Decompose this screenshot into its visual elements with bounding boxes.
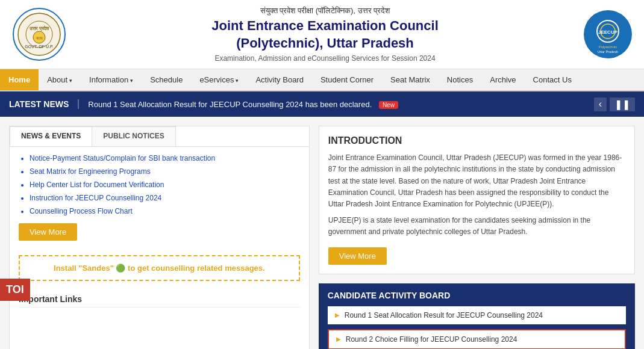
news-list: Notice-Payment Status/Complain for SBI b… [10,147,309,248]
svg-text:GOVT. OF U.P.: GOVT. OF U.P. [25,45,53,49]
sandes-banner: Install "Sandes" 🟢 to get counselling re… [19,255,300,281]
latest-news-text: Round 1 Seat Allocation Result for JEECU… [88,100,593,109]
intro-text-1: Joint Entrance Examination Council, Utta… [328,152,625,210]
news-tabs: NEWS & EVENTS PUBLIC NOTICES [10,126,309,147]
header-title: Joint Entrance Examination Council (Poly… [66,17,584,52]
toi-badge: TOI [0,279,30,301]
news-badge: New [379,101,398,109]
view-more-news-button[interactable]: View More [19,223,77,241]
list-item[interactable]: Instruction for JEECUP Counselling 2024 [30,194,300,202]
nav-about[interactable]: About▾ [39,69,81,90]
nav-information[interactable]: Information▾ [81,69,142,90]
news-pause-button[interactable]: ❚❚ [610,97,635,111]
view-more-intro-button[interactable]: View More [328,247,387,265]
activity-board-title: CANDIDATE ACTIVITY BOARD [328,291,626,300]
nav-notices[interactable]: Notices [439,69,481,90]
nav-student-corner[interactable]: Student Corner [312,69,382,90]
list-item[interactable]: Seat Matrix for Engineering Programs [30,167,300,176]
latest-news-bar: LATEST NEWS Round 1 Seat Allocation Resu… [0,91,644,117]
right-logo: JEECUP Polytechnic Uttar Pradesh [584,10,632,58]
main-nav: Home About▾ Information▾ Schedule eServi… [0,69,644,91]
activity-board-section: CANDIDATE ACTIVITY BOARD Round 1 Seat Al… [319,283,635,350]
activity-item-2[interactable]: Round 2 Choice Filling for JEECUP Counse… [328,329,626,350]
news-prev-button[interactable]: ‹ [594,97,607,111]
sandes-dot-icon: 🟢 [116,264,128,273]
news-nav-controls: ‹ ❚❚ [594,97,635,111]
nav-seat-matrix[interactable]: Seat Matrix [382,69,439,90]
header-subtitle: Examination, Admission and eCounselling … [66,54,584,63]
latest-news-label: LATEST NEWS [9,99,79,109]
tab-news-events[interactable]: NEWS & EVENTS [10,126,92,146]
svg-text:सत्य: सत्य [36,36,43,40]
list-item[interactable]: Help Center List for Document Verificati… [30,181,300,189]
svg-text:JEECUP: JEECUP [598,29,618,35]
intro-text-2: UPJEE(P) is a state level examination fo… [328,215,625,238]
nav-eservices[interactable]: eServices▾ [191,69,247,90]
important-links-section: Important Links [10,288,309,318]
right-panel: INTRODUCTION Joint Entrance Examination … [319,126,635,349]
main-content: NEWS & EVENTS PUBLIC NOTICES Notice-Paym… [0,117,644,349]
svg-text:Polytechnic: Polytechnic [599,45,617,49]
activity-item-1[interactable]: Round 1 Seat Allocation Result for JEECU… [328,306,626,324]
header-hindi-text: संयुक्त प्रवेश परीक्षा (पॉलिटेक्निक), उत… [66,6,584,16]
list-item[interactable]: Counselling Process Flow Chart [30,207,300,215]
left-panel: NEWS & EVENTS PUBLIC NOTICES Notice-Paym… [9,126,310,349]
list-item[interactable]: Notice-Payment Status/Complain for SBI b… [30,154,300,162]
nav-activity-board[interactable]: Activity Board [247,69,311,90]
intro-title: INTRODUCTION [328,135,625,146]
left-logo: उत्तर प्रदेश सत्य GOVT. OF U.P. [12,7,66,61]
important-links-title: Important Links [19,294,300,307]
svg-text:उत्तर प्रदेश: उत्तर प्रदेश [29,25,49,31]
nav-home[interactable]: Home [0,69,39,90]
nav-archive[interactable]: Archive [481,69,524,90]
tab-public-notices[interactable]: PUBLIC NOTICES [92,126,175,146]
intro-viewmore: View More [328,244,625,265]
intro-section: INTRODUCTION Joint Entrance Examination … [319,126,635,274]
nav-schedule[interactable]: Schedule [142,69,191,90]
page-header: उत्तर प्रदेश सत्य GOVT. OF U.P. संयुक्त … [0,0,644,69]
svg-text:Uttar Pradesh: Uttar Pradesh [598,50,618,54]
nav-contact-us[interactable]: Contact Us [525,69,580,90]
header-center: संयुक्त प्रवेश परीक्षा (पॉलिटेक्निक), उत… [66,6,584,63]
